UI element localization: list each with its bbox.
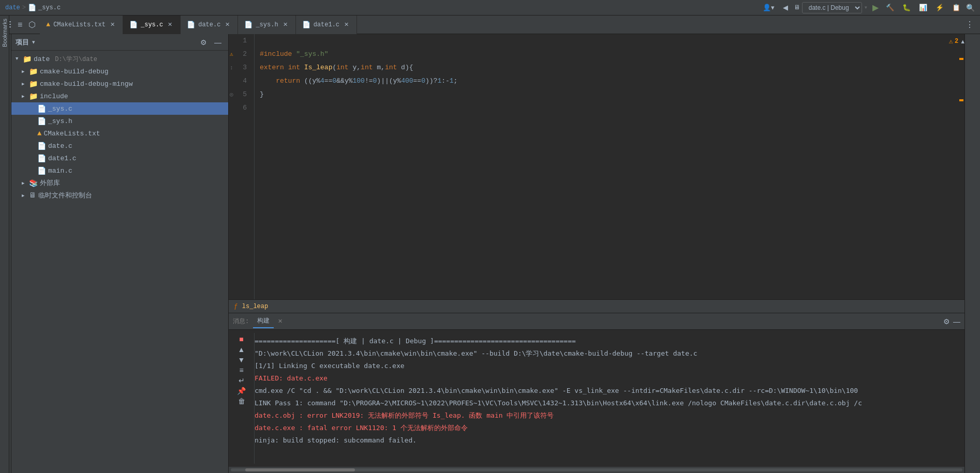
tab-cmake-close[interactable]: ✕ xyxy=(109,21,116,28)
msg-row-0: ====================[ 构建 | date.c | Debu… xyxy=(255,335,964,347)
messages-tab-build-label: 构建 xyxy=(257,317,270,325)
editor-right-gutter: ⚠ 2 ▲ ▼ xyxy=(957,34,964,299)
tree-arrow-scratch: ▶ xyxy=(22,193,27,199)
build-btn[interactable]: 🔨 xyxy=(883,3,897,12)
messages-content[interactable]: ■ ▲ ▼ ≡ ↵ 📌 🗑 ====================[ 构 xyxy=(229,330,964,467)
tab-date-c-close[interactable]: ✕ xyxy=(224,21,231,28)
project-dropdown-btn[interactable]: ▾ xyxy=(32,39,35,45)
right-icons-bar xyxy=(964,34,980,473)
msg-text-2: [1/1] Linking C executable date.c.exe xyxy=(255,361,405,371)
tab-date1-c[interactable]: 📄 date1.c ✕ xyxy=(296,16,357,34)
tree-item-date1-c[interactable]: 📄 date1.c xyxy=(11,152,228,164)
breadcrumb-project: date xyxy=(5,4,20,11)
editor-area: 1 2 ⚠ 3 ↕ 4 5 ◎ xyxy=(229,34,964,473)
tree-label-scratch: 临时文件和控制台 xyxy=(38,191,92,200)
coverage-btn[interactable]: 📊 xyxy=(916,3,930,12)
msg-gutter-trash-btn[interactable]: 🗑 xyxy=(238,397,245,405)
tree-item-scratch[interactable]: ▶ 🖥 临时文件和控制台 xyxy=(11,189,228,202)
msg-gutter-pin-btn[interactable]: 📌 xyxy=(237,387,246,395)
profile-btn[interactable]: 👤▾ xyxy=(760,3,777,12)
messages-settings-btn[interactable]: ⚙ xyxy=(943,317,950,326)
profile-run-btn[interactable]: ⚡ xyxy=(933,3,946,12)
msg-row-3: FAILED: date.c.exe xyxy=(255,372,964,385)
messages-lines[interactable]: ====================[ 构建 | date.c | Debu… xyxy=(255,333,964,464)
tree-label-cmake: CMakeLists.txt xyxy=(43,130,100,138)
warning-indicator: ⚠ 2 ▲ ▼ xyxy=(948,35,964,48)
config-selector[interactable]: date.c | Debug xyxy=(802,2,862,13)
tab-collapse-btn[interactable]: ⬡ xyxy=(26,19,38,30)
debug-btn[interactable]: 🐛 xyxy=(900,3,913,12)
bookmarks-label[interactable]: Bookmarks xyxy=(2,19,8,47)
tab-sys-h-close[interactable]: ✕ xyxy=(281,21,289,28)
tab-cmake[interactable]: ▲ CMakeLists.txt ✕ xyxy=(40,16,123,34)
tree-item-cmakelists[interactable]: ▲ CMakeLists.txt xyxy=(11,127,228,140)
msg-gutter-filter-btn[interactable]: ≡ xyxy=(239,366,243,374)
more-tabs-btn[interactable]: ⋮ xyxy=(963,19,976,30)
tree-arrow-cmake-mingw: ▶ xyxy=(22,81,27,87)
copy-run-btn[interactable]: 📋 xyxy=(949,3,963,12)
messages-scroll-track[interactable] xyxy=(231,468,962,471)
msg-gutter-stop-btn[interactable]: ■ xyxy=(239,335,243,343)
code-editor[interactable]: 1 2 ⚠ 3 ↕ 4 5 ◎ xyxy=(229,34,964,299)
messages-actions: ⚙ — xyxy=(943,317,960,326)
project-label: 项目 xyxy=(16,38,29,47)
tree-item-date-root[interactable]: ▼ 📁 date D:\学习\date xyxy=(11,53,228,65)
tab-date-c[interactable]: 📄 date.c ✕ xyxy=(181,16,238,34)
msg-gutter-down-btn[interactable]: ▼ xyxy=(238,356,245,364)
messages-tab-build[interactable]: 构建 xyxy=(253,314,274,328)
tree-label-date1-c: date1.c xyxy=(48,155,77,162)
tree-item-main-c[interactable]: 📄 main.c xyxy=(11,164,228,177)
tree-icon-scratch: 🖥 xyxy=(29,191,36,200)
tree-arrow-cmake-debug: ▶ xyxy=(22,69,27,74)
warning-count-label: 2 xyxy=(955,38,958,45)
sidebar-settings-btn[interactable]: ⚙ xyxy=(198,37,210,48)
msg-text-6: date.c.obj : error LNK2019: 无法解析的外部符号 Is… xyxy=(255,410,554,421)
tree-item-sys-h[interactable]: 📄 _sys.h xyxy=(11,115,228,127)
line-numbers: 1 2 ⚠ 3 ↕ 4 5 ◎ xyxy=(229,34,255,299)
line-num-3: 3 ↕ xyxy=(229,61,250,74)
run-button[interactable]: ▶ xyxy=(871,3,880,12)
tree-arrow-date: ▼ xyxy=(16,56,21,62)
tree-icon-sys-h: 📄 xyxy=(37,117,46,126)
msg-gutter-up-btn[interactable]: ▲ xyxy=(238,345,245,354)
fn-breadcrumb-icon: ƒ xyxy=(234,302,238,310)
tab-date1-c-close[interactable]: ✕ xyxy=(343,21,350,28)
tab-sys-h[interactable]: 📄 _sys.h ✕ xyxy=(238,16,295,34)
warn-icon-2: ⚠ xyxy=(230,48,233,61)
tree-item-external[interactable]: ▶ 📚 外部库 xyxy=(11,177,228,189)
tree-item-sys-c[interactable]: 📄 _sys.c xyxy=(11,102,228,115)
messages-tab-close[interactable]: ✕ xyxy=(278,318,283,325)
code-content[interactable]: #include "_sys.h" extern int Is_leap(int… xyxy=(255,34,957,299)
tree-label-main-c: main.c xyxy=(48,167,72,175)
line-num-1: 1 xyxy=(229,34,250,48)
tree-icon-date-c: 📄 xyxy=(37,142,46,150)
messages-minimize-btn[interactable]: — xyxy=(953,317,960,326)
sidebar-collapse-btn[interactable]: — xyxy=(212,37,224,48)
tree-icon-cmake: ▲ xyxy=(37,129,41,138)
tree-item-date-c[interactable]: 📄 date.c xyxy=(11,140,228,152)
tree-label-cmake-debug: cmake-build-debug xyxy=(40,68,109,75)
tab-sys-c[interactable]: 📄 _sys.c ✕ xyxy=(123,16,181,34)
messages-scroll-bar[interactable] xyxy=(229,467,964,473)
search-button[interactable]: 🔍 xyxy=(966,4,975,12)
tree-icon-include: 📁 xyxy=(29,92,38,101)
code-line-5: } xyxy=(260,88,957,101)
messages-tab-bar: 消息: 构建 ✕ ⚙ — xyxy=(229,313,964,330)
tab-sys-c-close[interactable]: ✕ xyxy=(166,21,174,28)
tree-item-cmake-build-mingw[interactable]: ▶ 📁 cmake-build-debug-mingw xyxy=(11,78,228,90)
tree-item-include[interactable]: ▶ 📁 include xyxy=(11,90,228,102)
msg-row-2: [1/1] Linking C executable date.c.exe xyxy=(255,360,964,372)
line-num-2: 2 ⚠ xyxy=(229,48,250,61)
msg-gutter-wrap-btn[interactable]: ↵ xyxy=(239,376,245,385)
code-line-1 xyxy=(260,34,957,48)
tree-item-cmake-build-debug[interactable]: ▶ 📁 cmake-build-debug xyxy=(11,65,228,78)
tab-scroll-left[interactable]: ≡ xyxy=(16,19,24,30)
msg-row-1: "D:\work\CL\CLion 2021.3.4\bin\cmake\win… xyxy=(255,347,964,360)
tree-icon-cmake-mingw: 📁 xyxy=(29,80,38,88)
back-btn[interactable]: ◀ xyxy=(780,3,791,12)
messages-scroll-thumb[interactable] xyxy=(245,468,355,471)
cmake-tab-icon: ▲ xyxy=(46,21,50,28)
warning-nav-up[interactable]: ▲ xyxy=(960,38,964,44)
tree-label-sys-h: _sys.h xyxy=(48,117,72,125)
fn-breadcrumb-label: ls_leap xyxy=(242,303,268,310)
